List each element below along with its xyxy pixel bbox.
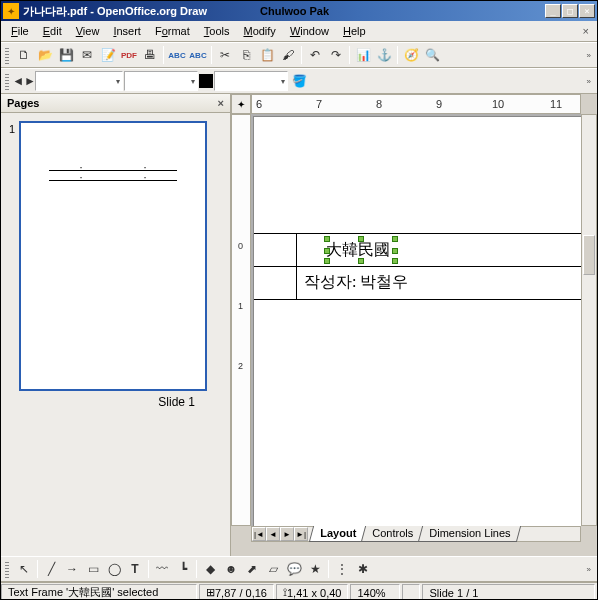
format-paint-button[interactable]: 🖌: [278, 45, 298, 65]
fill-color-button[interactable]: 🪣: [289, 71, 309, 91]
close-button[interactable]: ×: [579, 4, 595, 18]
maximize-button[interactable]: □: [562, 4, 578, 18]
menu-tools[interactable]: Tools: [198, 23, 236, 39]
vertical-scrollbar[interactable]: [581, 114, 597, 526]
menu-edit[interactable]: Edit: [37, 23, 68, 39]
points-tool[interactable]: ⋮: [332, 559, 352, 579]
chart-button[interactable]: 📊: [353, 45, 373, 65]
text-cell[interactable]: 작성자: 박철우: [304, 272, 408, 293]
new-button[interactable]: 🗋: [14, 45, 34, 65]
arrow-style-button[interactable]: ◄►: [14, 71, 34, 91]
pages-panel-close-icon[interactable]: ×: [218, 97, 224, 109]
toolbar-grip[interactable]: [5, 72, 9, 90]
navigator-button[interactable]: 🧭: [401, 45, 421, 65]
redo-button[interactable]: ↷: [326, 45, 346, 65]
tab-layout[interactable]: Layout: [309, 526, 367, 542]
line-width-dropdown[interactable]: ▾: [124, 71, 198, 91]
drawing-canvas[interactable]: 大韓民國 작성자: 박철우: [251, 114, 581, 526]
callout-tool[interactable]: 💬: [284, 559, 304, 579]
selection-handle[interactable]: [392, 236, 398, 242]
hyperlink-button[interactable]: ⚓: [374, 45, 394, 65]
basic-shapes-tool[interactable]: ◆: [200, 559, 220, 579]
zoom-button[interactable]: 🔍: [422, 45, 442, 65]
horizontal-ruler[interactable]: 6 7 8 9 10 11: [251, 94, 581, 114]
toolbar-grip[interactable]: [5, 560, 9, 578]
connector-tool[interactable]: ┗: [173, 559, 193, 579]
vertical-ruler[interactable]: 0 1 2: [231, 114, 251, 526]
block-arrows-tool[interactable]: ⬈: [242, 559, 262, 579]
menu-format[interactable]: Format: [149, 23, 196, 39]
toolbar-grip[interactable]: [5, 46, 9, 64]
last-slide-button[interactable]: ►|: [294, 527, 308, 541]
toolbar-overflow[interactable]: »: [585, 51, 593, 60]
toolbar-overflow[interactable]: »: [585, 565, 593, 574]
line-tool[interactable]: ╱: [41, 559, 61, 579]
table-row[interactable]: 작성자: 박철우: [254, 266, 581, 300]
rectangle-tool[interactable]: ▭: [83, 559, 103, 579]
spellcheck-button[interactable]: ABC: [167, 45, 187, 65]
menu-close-icon[interactable]: ×: [579, 25, 593, 37]
standard-toolbar: 🗋 📂 💾 ✉ 📝 PDF 🖶 ABC ABC ✂ ⎘ 📋 🖌 ↶ ↷ 📊 ⚓ …: [1, 42, 597, 68]
curve-tool[interactable]: 〰: [152, 559, 172, 579]
cut-button[interactable]: ✂: [215, 45, 235, 65]
selection-handle[interactable]: [324, 236, 330, 242]
title-bar: ✦ 가나다라.pdf - OpenOffice.org Draw Chulwoo…: [1, 1, 597, 21]
glue-tool[interactable]: ✱: [353, 559, 373, 579]
text-tool[interactable]: T: [125, 559, 145, 579]
table-row[interactable]: 大韓民國: [254, 233, 581, 267]
selection-handle[interactable]: [324, 258, 330, 264]
toolbar-overflow[interactable]: »: [585, 77, 593, 86]
selection-handle[interactable]: [392, 248, 398, 254]
tab-controls[interactable]: Controls: [361, 526, 424, 542]
menu-file[interactable]: FFileile: [5, 23, 35, 39]
next-slide-button[interactable]: ►: [280, 527, 294, 541]
menu-bar: FFileile Edit View Insert Format Tools M…: [1, 21, 597, 42]
menu-modify[interactable]: Modify: [237, 23, 281, 39]
minimize-button[interactable]: _: [545, 4, 561, 18]
page-number: 1: [9, 121, 19, 548]
autospell-button[interactable]: ABC: [188, 45, 208, 65]
ellipse-tool[interactable]: ◯: [104, 559, 124, 579]
mail-button[interactable]: ✉: [77, 45, 97, 65]
menu-window[interactable]: Window: [284, 23, 335, 39]
status-size: ⟟ 1,41 x 0,40: [276, 584, 348, 600]
paste-button[interactable]: 📋: [257, 45, 277, 65]
pages-panel-header: Pages ×: [1, 94, 230, 113]
menu-help[interactable]: Help: [337, 23, 372, 39]
selection-handle[interactable]: [324, 248, 330, 254]
window-title: 가나다라.pdf - OpenOffice.org Draw Chulwoo P…: [23, 4, 545, 19]
line-style-dropdown[interactable]: ▾: [35, 71, 123, 91]
edit-button[interactable]: 📝: [98, 45, 118, 65]
arrow-tool[interactable]: →: [62, 559, 82, 579]
select-tool[interactable]: ↖: [14, 559, 34, 579]
pages-panel-title: Pages: [7, 97, 39, 109]
status-zoom[interactable]: 140%: [350, 584, 400, 600]
selection-handle[interactable]: [358, 236, 364, 242]
print-button[interactable]: 🖶: [140, 45, 160, 65]
line-color-button[interactable]: [199, 74, 213, 88]
canvas-area: ✦ 6 7 8 9 10 11 0 1 2 大韓民國: [231, 94, 597, 556]
flowchart-tool[interactable]: ▱: [263, 559, 283, 579]
page[interactable]: 大韓民國 작성자: 박철우: [253, 116, 581, 526]
status-slide: Slide 1 / 1: [422, 584, 595, 600]
tab-dimension-lines[interactable]: Dimension Lines: [418, 526, 522, 542]
first-slide-button[interactable]: |◄: [252, 527, 266, 541]
scrollbar-thumb[interactable]: [583, 235, 595, 275]
ruler-corner[interactable]: ✦: [231, 94, 251, 114]
save-button[interactable]: 💾: [56, 45, 76, 65]
status-selection: Text Frame '大韓民國' selected: [1, 584, 197, 600]
prev-slide-button[interactable]: ◄: [266, 527, 280, 541]
slide-thumbnail[interactable]: ·· ··: [19, 121, 207, 391]
pages-panel-body: 1 ·· ·· Slide 1: [1, 113, 230, 556]
menu-view[interactable]: View: [70, 23, 106, 39]
stars-tool[interactable]: ★: [305, 559, 325, 579]
fill-style-dropdown[interactable]: ▾: [214, 71, 288, 91]
selection-handle[interactable]: [392, 258, 398, 264]
menu-insert[interactable]: Insert: [107, 23, 147, 39]
symbol-shapes-tool[interactable]: ☻: [221, 559, 241, 579]
selection-handle[interactable]: [358, 258, 364, 264]
copy-button[interactable]: ⎘: [236, 45, 256, 65]
undo-button[interactable]: ↶: [305, 45, 325, 65]
pdf-button[interactable]: PDF: [119, 45, 139, 65]
open-button[interactable]: 📂: [35, 45, 55, 65]
